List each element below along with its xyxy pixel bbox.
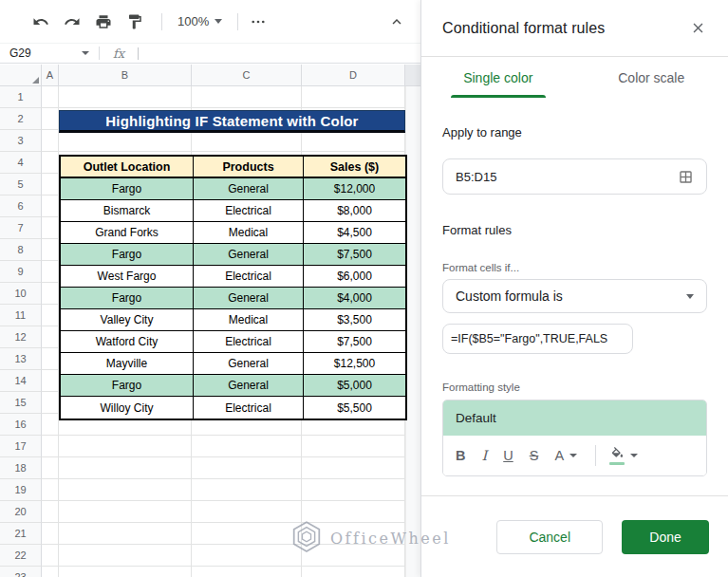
cell-D19[interactable] (302, 479, 405, 501)
cell-A18[interactable] (42, 457, 59, 479)
table-cell[interactable]: Electrical (194, 397, 304, 419)
table-cell[interactable]: General (194, 244, 304, 266)
row-header-9[interactable]: 9 (0, 261, 42, 283)
cell-B17[interactable] (59, 436, 192, 457)
cell-B19[interactable] (59, 479, 192, 501)
cell-A22[interactable] (42, 545, 59, 567)
cell-D22[interactable] (302, 545, 405, 567)
cell-D18[interactable] (302, 457, 405, 479)
table-cell[interactable]: $5,000 (304, 375, 405, 397)
cell-C19[interactable] (192, 479, 302, 501)
table-cell[interactable]: $8,000 (304, 200, 405, 222)
table-cell[interactable]: $4,000 (304, 288, 405, 309)
redo-button[interactable] (60, 9, 84, 34)
table-cell[interactable]: Mayville (61, 353, 194, 375)
cell-D23[interactable] (302, 567, 405, 577)
cell-A12[interactable] (42, 326, 59, 348)
column-header-B[interactable]: B (59, 65, 192, 86)
cell-C20[interactable] (192, 501, 302, 523)
select-all-corner[interactable] (0, 65, 42, 86)
cell-A21[interactable] (42, 523, 59, 545)
table-cell[interactable]: Fargo (61, 178, 194, 200)
cell-A17[interactable] (42, 436, 59, 457)
cell-B22[interactable] (59, 545, 192, 567)
table-cell[interactable]: Fargo (61, 288, 194, 309)
row-header-18[interactable]: 18 (0, 457, 42, 479)
row-header-12[interactable]: 12 (0, 326, 42, 348)
more-options-button[interactable] (246, 9, 271, 34)
table-cell[interactable]: Willoy City (61, 397, 194, 419)
cell-D21[interactable] (302, 523, 405, 545)
cell-A13[interactable] (42, 348, 59, 370)
row-header-20[interactable]: 20 (0, 501, 42, 523)
cell-C21[interactable] (192, 523, 302, 545)
table-cell[interactable]: Watford City (61, 331, 194, 353)
cell-A23[interactable] (42, 567, 59, 577)
cell-C22[interactable] (192, 545, 302, 567)
cell-D1[interactable] (302, 86, 405, 108)
done-button[interactable]: Done (622, 520, 709, 554)
table-cell[interactable]: Medical (194, 309, 304, 331)
table-cell[interactable]: Electrical (194, 331, 304, 353)
cell-A10[interactable] (42, 283, 59, 305)
cancel-button[interactable]: Cancel (496, 520, 603, 554)
cell-C17[interactable] (192, 436, 302, 457)
table-cell[interactable]: Bismarck (61, 200, 194, 222)
cell-C1[interactable] (192, 86, 302, 108)
table-cell[interactable]: Grand Forks (61, 222, 194, 244)
table-cell[interactable]: General (194, 353, 304, 375)
table-cell[interactable]: Medical (194, 222, 304, 244)
vertical-scrollbar[interactable] (405, 86, 420, 577)
table-cell[interactable]: Fargo (61, 244, 194, 266)
text-color-button[interactable]: A (554, 448, 577, 463)
row-header-5[interactable]: 5 (0, 174, 42, 195)
table-cell[interactable]: $12,000 (304, 178, 405, 200)
cell-A5[interactable] (42, 174, 59, 195)
table-cell[interactable]: General (194, 288, 304, 309)
cell-D20[interactable] (302, 501, 405, 523)
underline-button[interactable]: U (503, 448, 513, 463)
cell-C23[interactable] (192, 567, 302, 577)
row-header-1[interactable]: 1 (0, 86, 42, 108)
cell-A7[interactable] (42, 217, 59, 239)
condition-dropdown[interactable]: Custom formula is (442, 279, 707, 313)
row-header-2[interactable]: 2 (0, 108, 42, 130)
table-cell[interactable]: $3,500 (304, 309, 405, 331)
cell-B18[interactable] (59, 457, 192, 479)
paint-format-button[interactable] (122, 9, 147, 34)
select-data-range-icon[interactable] (678, 169, 694, 185)
tab-single-color[interactable]: Single color (421, 57, 575, 98)
table-header-cell[interactable]: Sales ($) (304, 157, 405, 178)
cell-B1[interactable] (59, 86, 192, 108)
cell-D3[interactable] (302, 130, 405, 152)
cell-A1[interactable] (42, 86, 59, 108)
italic-button[interactable]: I (481, 448, 487, 463)
row-header-15[interactable]: 15 (0, 392, 42, 414)
title-banner[interactable]: Highlighting IF Statement with Color (59, 110, 405, 133)
row-header-14[interactable]: 14 (0, 370, 42, 392)
cell-A9[interactable] (42, 261, 59, 283)
row-header-16[interactable]: 16 (0, 414, 42, 436)
row-header-23[interactable]: 23 (0, 567, 42, 577)
range-input[interactable]: B5:D15 (442, 158, 707, 195)
row-header-21[interactable]: 21 (0, 523, 42, 545)
row-header-7[interactable]: 7 (0, 217, 42, 239)
cell-A16[interactable] (42, 414, 59, 436)
table-header-cell[interactable]: Outlet Location (61, 157, 194, 178)
column-header-C[interactable]: C (192, 65, 302, 86)
cell-B3[interactable] (59, 130, 192, 152)
cell-A14[interactable] (42, 370, 59, 392)
zoom-control[interactable]: 100% (170, 10, 230, 32)
close-panel-button[interactable] (686, 17, 709, 40)
column-header-D[interactable]: D (302, 65, 405, 86)
cell-A11[interactable] (42, 305, 59, 326)
cell-C3[interactable] (192, 130, 302, 152)
cell-B21[interactable] (59, 523, 192, 545)
cell-A2[interactable] (42, 108, 59, 130)
cell-A3[interactable] (42, 130, 59, 152)
table-cell[interactable]: $4,500 (304, 222, 405, 244)
table-cell[interactable]: Fargo (61, 375, 194, 397)
table-cell[interactable]: West Fargo (61, 266, 194, 288)
cell-A8[interactable] (42, 239, 59, 261)
cell-B23[interactable] (59, 567, 192, 577)
